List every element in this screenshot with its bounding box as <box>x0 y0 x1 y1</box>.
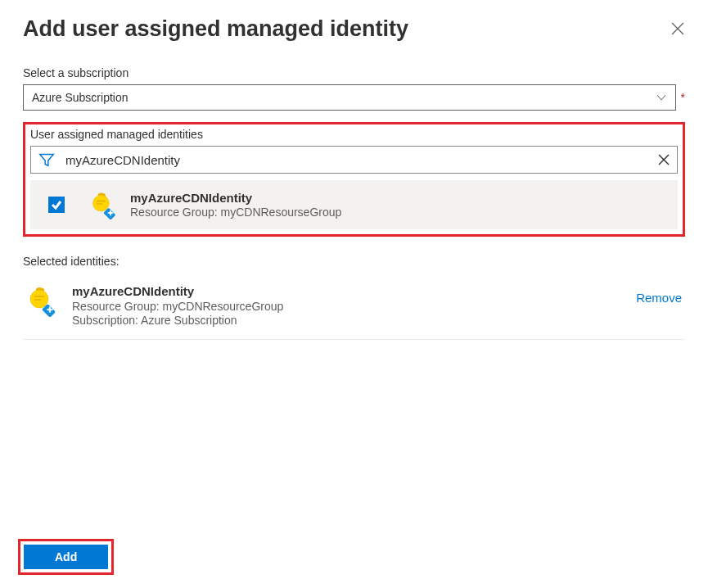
page-title: Add user assigned managed identity <box>23 16 408 42</box>
close-icon[interactable] <box>670 21 685 36</box>
selected-identity-resource-group: Resource Group: myCDNResourceGroup <box>72 300 636 313</box>
identities-section-highlight: User assigned managed identities myAzure… <box>23 122 685 237</box>
identities-label: User assigned managed identities <box>30 128 678 141</box>
identity-result-resource-group: Resource Group: myCDNResourseGroup <box>130 206 668 219</box>
subscription-dropdown[interactable]: Azure Subscription <box>23 84 676 111</box>
remove-link[interactable]: Remove <box>636 291 682 305</box>
managed-identity-icon <box>89 190 119 219</box>
selected-label: Selected identities: <box>23 255 685 268</box>
selected-identity-row: myAzureCDNIdentity Resource Group: myCDN… <box>23 273 685 340</box>
add-button-highlight: Add <box>18 539 114 575</box>
selected-identity-name: myAzureCDNIdentity <box>72 284 636 298</box>
chevron-down-icon <box>656 92 667 103</box>
identity-filter-input[interactable] <box>65 153 657 167</box>
managed-identity-icon <box>26 284 59 317</box>
selected-identity-subscription: Subscription: Azure Subscription <box>72 314 636 327</box>
add-button[interactable]: Add <box>24 545 108 569</box>
identity-checkbox[interactable] <box>48 197 65 213</box>
clear-filter-icon[interactable] <box>657 153 670 166</box>
identity-result-row[interactable]: myAzureCDNIdentity Resource Group: myCDN… <box>30 180 678 229</box>
filter-row <box>30 146 678 174</box>
filter-icon <box>38 151 56 169</box>
subscription-label: Select a subscription <box>23 66 685 79</box>
required-indicator: * <box>681 91 685 104</box>
subscription-value: Azure Subscription <box>32 91 129 104</box>
identity-result-name: myAzureCDNIdentity <box>130 191 668 205</box>
